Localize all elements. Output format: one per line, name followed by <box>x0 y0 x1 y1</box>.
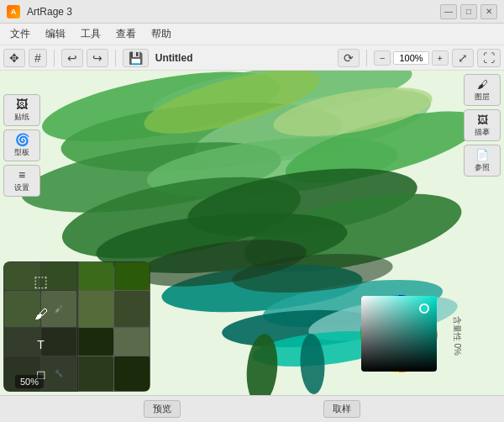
brush-thumb-8[interactable] <box>114 291 150 328</box>
color-wheel-area[interactable] <box>344 279 454 388</box>
toolbar-grid-btn[interactable]: # <box>29 49 47 67</box>
radial-select-icon[interactable]: ⬚ <box>7 272 75 291</box>
sticker-label: 贴纸 <box>14 112 29 123</box>
zoom-minus-btn[interactable]: − <box>374 50 391 66</box>
ref-label: 参照 <box>475 162 490 173</box>
preview-button[interactable]: 预览 <box>144 400 181 418</box>
right-panel: 🖌 图层 🖼 描摹 📄 参照 <box>460 71 504 180</box>
tool-picker-area[interactable]: 🖌 🔧 ⬚ 🖌 T ◻ <box>3 261 150 392</box>
brush-thumb-12[interactable] <box>114 328 150 356</box>
template-label: 型板 <box>14 147 29 158</box>
toolbar-save-btn[interactable]: 💾 <box>123 49 149 67</box>
brush-thumb-4[interactable] <box>114 262 150 290</box>
toolbar-separator-1 <box>54 50 55 66</box>
rotate-btn[interactable]: ⟳ <box>338 49 360 67</box>
template-btn[interactable]: 🌀 型板 <box>3 129 40 161</box>
settings-btn[interactable]: ≡ 设置 <box>3 165 40 197</box>
radial-text-icon[interactable]: T <box>7 338 75 351</box>
brush-thumb-15[interactable] <box>77 356 113 392</box>
radial-brush-icon[interactable]: 🖌 <box>7 307 75 322</box>
svg-point-27 <box>422 306 427 311</box>
minimize-button[interactable]: — <box>440 4 457 19</box>
trace-btn[interactable]: 🖼 描摹 <box>464 109 501 141</box>
maximize-button[interactable]: □ <box>460 4 477 19</box>
menu-edit[interactable]: 编辑 <box>39 25 72 43</box>
brush-thumb-3[interactable] <box>77 262 113 290</box>
canvas-zoom-display: 50% <box>15 375 44 388</box>
zoom-plus-btn[interactable]: + <box>432 50 449 66</box>
app-title: ArtRage 3 <box>27 6 72 18</box>
sticker-btn[interactable]: 🖼 贴纸 <box>3 94 40 126</box>
layers-label: 图层 <box>475 92 490 103</box>
expand-btn[interactable]: ⛶ <box>477 49 501 67</box>
toolbar-separator-2 <box>115 50 116 66</box>
fit-btn[interactable]: ⤢ <box>452 49 474 67</box>
reference-btn[interactable]: 📄 参照 <box>464 145 501 177</box>
document-name: Untitled <box>155 52 193 64</box>
brush-thumb-16[interactable] <box>114 356 150 392</box>
toolbar-undo-btn[interactable]: ↩ <box>61 49 83 67</box>
title-bar: A ArtRage 3 — □ ✕ <box>0 0 504 24</box>
brush-thumb-7[interactable] <box>77 291 113 328</box>
menu-view[interactable]: 查看 <box>109 25 143 43</box>
toolbar-move-btn[interactable]: ✥ <box>3 49 25 67</box>
canvas-zoom-value: 50% <box>20 377 39 387</box>
window-controls: — □ ✕ <box>440 4 497 19</box>
canvas-area[interactable]: 🖼 贴纸 🌀 型板 ≡ 设置 🖌 图层 🖼 描摹 📄 <box>0 71 504 395</box>
color-wheel <box>344 279 454 388</box>
toolbar: ✥ # ↩ ↪ 💾 Untitled ⟳ − 100% + ⤢ ⛶ <box>0 45 504 71</box>
zoom-controls: − 100% + <box>374 50 449 66</box>
menu-file[interactable]: 文件 <box>3 25 37 43</box>
menu-tools[interactable]: 工具 <box>74 25 108 43</box>
menu-help[interactable]: 帮助 <box>144 25 178 43</box>
sample-button[interactable]: 取样 <box>323 400 360 418</box>
title-bar-left: A ArtRage 3 <box>7 5 72 18</box>
close-button[interactable]: ✕ <box>480 4 497 19</box>
main-area: 🖼 贴纸 🌀 型板 ≡ 设置 🖌 图层 🖼 描摹 📄 <box>0 71 504 395</box>
layers-btn[interactable]: 🖌 图层 <box>464 74 501 106</box>
app-icon: A <box>7 5 20 18</box>
sample-label: 取样 <box>333 404 351 414</box>
bottom-bar: 预览 取样 <box>0 395 504 422</box>
trace-label: 描摹 <box>475 127 490 138</box>
toolbar-separator-3 <box>366 50 367 66</box>
opacity-label: 含量性 0% <box>451 316 463 356</box>
zoom-value: 100% <box>393 51 428 65</box>
toolbar-redo-btn[interactable]: ↪ <box>87 49 108 67</box>
brush-thumb-11[interactable] <box>77 328 113 356</box>
settings-label: 设置 <box>14 182 29 193</box>
menu-bar: 文件 编辑 工具 查看 帮助 <box>0 24 504 45</box>
